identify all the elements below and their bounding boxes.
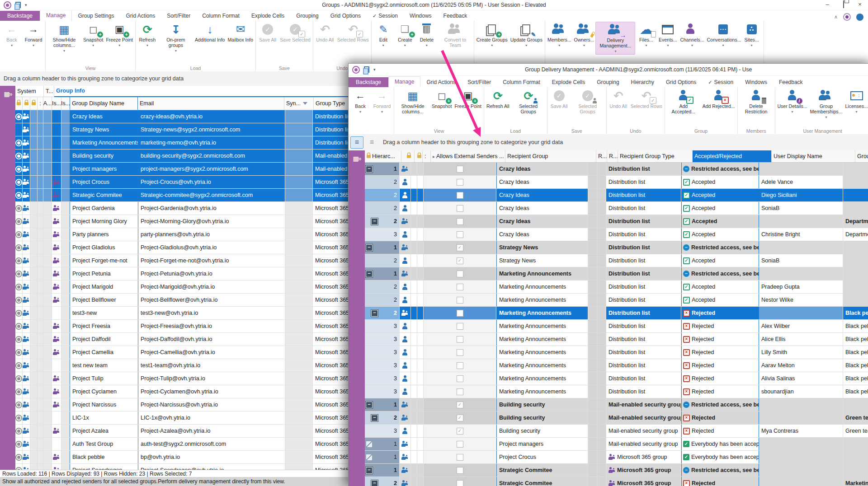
- snapshot-button[interactable]: Snapshot▾: [82, 22, 104, 48]
- refresh-button[interactable]: Refresh▾: [137, 22, 158, 48]
- delete-button[interactable]: Delete▾: [416, 22, 438, 48]
- allows-external-senders-checkbox[interactable]: [457, 388, 463, 395]
- save-all-button[interactable]: Save All: [548, 88, 570, 109]
- collapse-icon[interactable]: [366, 402, 373, 408]
- files-button[interactable]: Files...▾: [635, 22, 657, 48]
- tab-manage[interactable]: Manage: [40, 10, 72, 21]
- band-system[interactable]: System: [15, 86, 44, 97]
- table-row[interactable]: 2Crazy IdeasDistribution listAcceptedSon…: [365, 202, 868, 215]
- table-row[interactable]: 3Marketing AnnouncementsDistribution lis…: [365, 320, 868, 333]
- back-button[interactable]: Back▾: [1, 22, 23, 48]
- table-row[interactable]: 3Marketing AnnouncementsDistribution lis…: [365, 346, 868, 359]
- collapse-icon[interactable]: [366, 166, 373, 173]
- create-button[interactable]: Create▾: [394, 22, 416, 48]
- convert-to-team-button[interactable]: Convert to Team: [438, 22, 473, 48]
- allows-external-senders-checkbox[interactable]: [457, 297, 463, 304]
- table-row[interactable]: 3Crazy IdeasDistribution listAcceptedChr…: [365, 228, 868, 241]
- additional-info-button[interactable]: Additional Info: [193, 22, 226, 42]
- chevron-down-icon[interactable]: ▾: [373, 67, 376, 72]
- collapse-icon[interactable]: [371, 310, 378, 317]
- update-groups-button[interactable]: Update Groups▾: [509, 22, 544, 48]
- table-row[interactable]: 3Marketing AnnouncementsDistribution lis…: [365, 359, 868, 372]
- column-header-group-display-name[interactable]: Group Display Name: [855, 150, 868, 162]
- user-details-button[interactable]: User Details...▾: [776, 88, 809, 115]
- table-row[interactable]: 2Crazy IdeasDistribution listAcceptedAde…: [365, 176, 868, 189]
- allows-external-senders-checkbox[interactable]: [457, 271, 463, 277]
- channels-button[interactable]: Channels...▾: [679, 22, 705, 48]
- collapse-icon[interactable]: [371, 218, 378, 225]
- show-hide-columns-button[interactable]: Show/Hide columns...: [395, 88, 430, 114]
- column-header[interactable]: Is...: [52, 97, 61, 110]
- column-header-allows-external-senders[interactable]: ▸Allows External Senders ...: [431, 150, 505, 162]
- column-header-email[interactable]: Email: [137, 97, 284, 110]
- grid-view-toggle-active[interactable]: ≡: [350, 136, 363, 149]
- snapshot-button[interactable]: Snapshot: [430, 88, 453, 109]
- tab-backstage[interactable]: Backstage: [349, 77, 388, 88]
- column-header-recipient-group[interactable]: Recipient Group: [505, 150, 596, 162]
- save-selected-button[interactable]: Save Selected: [278, 22, 312, 42]
- table-row[interactable]: 2Marketing AnnouncementsDistribution lis…: [365, 294, 868, 307]
- window2-grid-sidebar[interactable]: ▦»: [349, 150, 365, 486]
- grid-view-toggle[interactable]: ≡: [365, 136, 378, 149]
- column-header-[interactable]: :: [423, 150, 431, 162]
- allows-external-senders-checkbox[interactable]: [457, 323, 463, 330]
- table-row[interactable]: 1Building securityMail-enabled security …: [365, 398, 868, 411]
- delivery-management-button[interactable]: Delivery Management...▾: [595, 22, 635, 55]
- sites-button[interactable]: Sites...▾: [741, 22, 763, 48]
- table-row[interactable]: 2Marketing AnnouncementsDistribution lis…: [365, 307, 868, 320]
- column-header[interactable]: Is...: [61, 97, 70, 110]
- tab-grid-options[interactable]: Grid Options: [325, 11, 367, 21]
- tab-grouping[interactable]: Grouping: [591, 77, 625, 88]
- column-header[interactable]: :: [38, 97, 43, 110]
- undo-all-button[interactable]: Undo All: [314, 22, 336, 42]
- allows-external-senders-checkbox[interactable]: [457, 231, 463, 238]
- save-all-button[interactable]: Save All: [257, 22, 278, 42]
- add-accepted-button[interactable]: Add Accepted...: [666, 88, 701, 114]
- allows-external-senders-checkbox[interactable]: [457, 428, 463, 435]
- tab-group-settings[interactable]: Group Settings: [72, 11, 120, 21]
- collapse-icon[interactable]: [366, 271, 373, 277]
- collapse-icon[interactable]: [371, 415, 378, 421]
- app-icon[interactable]: [352, 66, 360, 74]
- column-header-r[interactable]: R...: [607, 150, 618, 162]
- freeze-point-button[interactable]: Freeze Point: [453, 88, 483, 109]
- conversations-button[interactable]: Conversations...▾: [706, 22, 741, 48]
- allows-external-senders-checkbox[interactable]: [457, 402, 463, 408]
- tab-grid-options[interactable]: Grid Options: [660, 77, 702, 88]
- window2-grouping-zone[interactable]: ≡ ≡ Drag a column header to this groupin…: [349, 134, 868, 151]
- licenses-button[interactable]: Licenses...▾: [844, 88, 868, 115]
- table-row[interactable]: 1Strategy NewsDistribution listRestricte…: [365, 241, 868, 254]
- allows-external-senders-checkbox[interactable]: [457, 192, 463, 199]
- refresh-all-button[interactable]: Refresh All: [485, 88, 511, 109]
- collapse-icon[interactable]: [366, 467, 373, 474]
- tab-explode-cells[interactable]: Explode Cells: [546, 77, 591, 88]
- table-row[interactable]: 1Project CrocusMicrosoft 365 groupEveryb…: [365, 451, 868, 464]
- tab-backstage[interactable]: Backstage: [0, 11, 40, 21]
- lock-column-header[interactable]: [30, 97, 38, 110]
- column-header-recipient-group-type[interactable]: Recipient Group Type: [618, 150, 693, 162]
- show-hide-columns-button[interactable]: Show/Hide columns...▾: [47, 22, 82, 54]
- table-row[interactable]: 1Crazy IdeasDistribution listRestricted …: [365, 163, 868, 176]
- back-button[interactable]: Back▾: [349, 88, 371, 115]
- tab-grouping[interactable]: Grouping: [290, 11, 324, 21]
- lock-column-header[interactable]: [15, 97, 23, 110]
- tab-windows[interactable]: Windows: [404, 11, 438, 21]
- tab-grid-actions[interactable]: Grid Actions: [420, 77, 462, 88]
- table-row[interactable]: 3Marketing AnnouncementsDistribution lis…: [365, 385, 868, 398]
- tab-session[interactable]: ✓Session: [702, 77, 739, 88]
- tab-feedback[interactable]: Feedback: [438, 11, 473, 21]
- tab-windows[interactable]: Windows: [739, 77, 773, 88]
- allows-external-senders-checkbox[interactable]: [457, 349, 463, 356]
- selected-groups-button[interactable]: Selected Groups: [570, 88, 605, 114]
- view-eye-icon[interactable]: [843, 13, 851, 21]
- table-row[interactable]: 1Strategic CommiteeMicrosoft 365 groupRe…: [365, 464, 868, 477]
- allows-external-senders-checkbox[interactable]: [457, 480, 463, 486]
- table-row[interactable]: 1Project managersMail-enabled security g…: [365, 438, 868, 451]
- tab-column-format[interactable]: Column Format: [497, 77, 546, 88]
- allows-external-senders-checkbox[interactable]: [457, 441, 463, 448]
- collapse-ribbon-icon[interactable]: ∧: [834, 14, 838, 20]
- selected-rows-button[interactable]: Selected Rows: [629, 88, 664, 109]
- events-button[interactable]: Events...▾: [657, 22, 679, 48]
- selected-rows-button[interactable]: Selected Rows: [336, 22, 370, 42]
- table-row[interactable]: 2Strategic CommiteeMicrosoft 365 groupRe…: [365, 477, 868, 486]
